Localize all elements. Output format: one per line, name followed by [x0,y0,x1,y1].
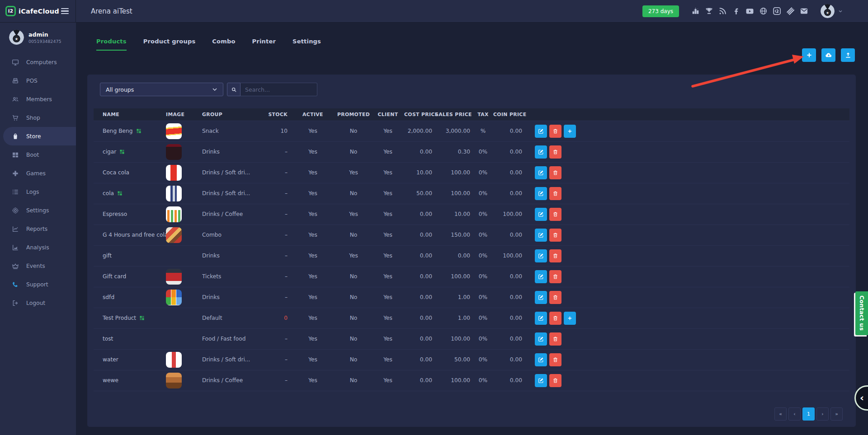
edit-product-button[interactable] [535,145,547,159]
chevron-down-icon[interactable] [838,9,843,14]
product-image-thumbnail [166,144,182,160]
tab-combo[interactable]: Combo [212,38,235,51]
product-name-cell: water [94,349,166,370]
edit-product-button[interactable] [535,353,547,366]
prev-page-button[interactable]: ‹ [788,407,801,421]
delete-product-button[interactable] [549,229,561,242]
download-products-button[interactable] [821,48,835,62]
group-filter-select[interactable]: All groups [100,83,223,96]
sidebar-item-members[interactable]: Members [0,90,76,108]
edit-product-button[interactable] [535,166,547,179]
product-sales-price: 0.30 [435,141,473,162]
sidebar-item-analysis[interactable]: Analysis [0,238,76,257]
sidebar-item-reports[interactable]: Reports [0,220,76,238]
product-active: Yes [290,162,335,183]
tab-printer[interactable]: Printer [252,38,276,51]
topbar-stripes-link[interactable] [786,7,795,15]
sidebar-item-logout[interactable]: Logout [0,294,76,312]
sidebar-item-boot[interactable]: Boot [0,145,76,164]
sidebar-item-settings[interactable]: Settings [0,201,76,220]
edit-product-button[interactable] [535,249,547,262]
edit-product-button[interactable] [535,187,547,200]
sidebar-item-support[interactable]: Support [0,275,76,294]
page-1-button[interactable]: 1 [802,407,815,421]
delete-product-button[interactable] [549,166,561,179]
edit-icon [538,128,544,134]
delete-product-button[interactable] [549,208,561,221]
topbar-globe-link[interactable] [759,7,768,15]
topbar-icafecloud-link[interactable] [773,7,781,15]
delete-product-button[interactable] [549,332,561,346]
trash-icon [552,149,558,155]
product-sales-price: 150.00 [435,225,473,245]
product-coin-price: 0.00 [493,287,525,308]
contact-us-tab[interactable]: Contact us [855,291,868,335]
sidebar-item-logs[interactable]: Logs [0,182,76,201]
sidebar-item-shop[interactable]: Shop [0,108,76,127]
first-page-button[interactable]: « [774,407,787,421]
topbar-mail-link[interactable] [800,7,808,15]
edit-product-button[interactable] [535,374,547,387]
edit-product-button[interactable] [535,229,547,242]
edit-product-button[interactable] [535,291,547,304]
delete-product-button[interactable] [549,374,561,387]
topbar-trophy-link[interactable] [705,7,713,15]
tab-settings[interactable]: Settings [292,38,321,51]
delete-product-button[interactable] [549,270,561,283]
add-stock-button[interactable] [564,312,576,325]
edit-product-button[interactable] [535,270,547,283]
add-product-button[interactable] [802,48,816,62]
edit-icon [538,336,544,342]
last-page-button[interactable]: » [830,407,843,421]
reports-icon [12,225,19,233]
product-name-cell: cigar [94,141,166,162]
delete-product-button[interactable] [549,125,561,138]
subscription-days-badge[interactable]: 273 days [642,5,679,17]
next-page-button[interactable]: › [816,407,829,421]
product-group: Drinks [202,245,259,266]
hamburger-menu-icon[interactable] [60,6,70,16]
search-input[interactable] [241,83,317,96]
app-logo[interactable]: i2 iCafeCloud [5,6,59,16]
delete-product-button[interactable] [549,249,561,262]
topbar-youtube-link[interactable] [745,7,754,15]
delete-product-button[interactable] [549,291,561,304]
delete-product-button[interactable] [549,187,561,200]
tab-products[interactable]: Products [96,38,127,51]
product-image-cell [166,245,202,266]
product-name-cell: sdfd [94,287,166,308]
sidebar-item-store[interactable]: Store [3,127,76,145]
product-actions-cell [525,121,849,141]
product-name: cigar [103,149,116,155]
user-avatar[interactable]: ★ [821,4,835,18]
product-stock: – [259,349,290,370]
tab-product-groups[interactable]: Product groups [143,38,196,51]
shop-icon [12,114,19,122]
product-cost-price: 0.00 [404,349,435,370]
sidebar-item-events[interactable]: Events [0,257,76,275]
add-stock-button[interactable] [564,125,576,138]
column-header-sales-price: SALES PRICE [435,108,473,121]
trash-icon [552,232,558,238]
sidebar-item-computers[interactable]: Computers [0,53,76,71]
delete-product-button[interactable] [549,312,561,325]
sidebar-item-games[interactable]: Games [0,164,76,182]
edit-product-button[interactable] [535,312,547,325]
topbar-rss-link[interactable] [718,7,727,15]
edit-product-button[interactable] [535,208,547,221]
upload-products-button[interactable] [841,48,855,62]
delete-product-button[interactable] [549,353,561,366]
barcode-icon [139,315,145,321]
topbar-facebook-link[interactable] [732,7,741,15]
product-client: Yes [372,370,404,391]
delete-product-button[interactable] [549,145,561,159]
logs-icon [12,188,19,196]
product-promoted: No [335,121,372,141]
topbar-ranking-link[interactable] [691,7,700,15]
search-button[interactable] [227,83,241,96]
sidebar-item-pos[interactable]: POS [0,71,76,90]
edit-product-button[interactable] [535,125,547,138]
sidebar-user-panel[interactable]: ★ admin 005193482475 [0,23,76,51]
edit-product-button[interactable] [535,332,547,346]
product-group: Drinks [202,141,259,162]
